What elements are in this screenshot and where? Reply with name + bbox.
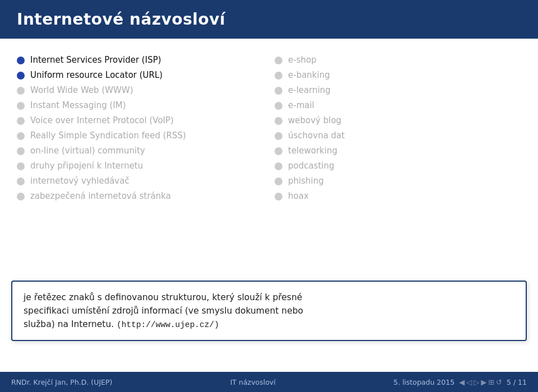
bullet-dot — [275, 147, 282, 155]
bullet-text: Instant Messaging (IM) — [30, 100, 126, 111]
bullet-dot — [275, 178, 282, 185]
nav-icon-1[interactable]: ◀ — [459, 378, 465, 386]
bullet-dot — [275, 72, 282, 80]
bullet-text: World Wide Web (WWW) — [30, 85, 133, 96]
nav-icon-5[interactable]: ⊞ — [488, 378, 494, 386]
left-bullet-item-2: World Wide Web (WWW) — [17, 85, 263, 96]
right-bullet-item-1: e-banking — [275, 69, 521, 81]
footer-page: 5 / 11 — [507, 378, 527, 386]
right-bullet-item-6: teleworking — [275, 145, 521, 157]
left-bullet-item-3: Instant Messaging (IM) — [17, 100, 263, 111]
bullet-dot — [17, 178, 25, 185]
left-bullet-item-8: internetový vyhledávač — [17, 175, 263, 187]
bullet-dot — [17, 193, 25, 200]
tooltip-box: je řetězec znaků s definovanou strukturo… — [11, 281, 527, 342]
title-text: Internetové názvosloví — [17, 10, 225, 29]
bullet-dot — [17, 162, 25, 170]
left-bullet-item-9: zabezpečená internetová stránka — [17, 190, 263, 202]
bullet-dot — [275, 162, 282, 170]
right-bullet-item-0: e-shop — [275, 54, 521, 66]
right-bullet-item-3: e-mail — [275, 100, 521, 111]
bullet-dot — [17, 57, 25, 64]
bullet-dot — [275, 57, 282, 64]
slide: Internetové názvosloví Internet Services… — [0, 0, 538, 392]
right-bullet-item-2: e-learning — [275, 85, 521, 96]
left-bullet-item-5: Really Simple Syndication feed (RSS) — [17, 130, 263, 142]
right-bullet-item-4: webový blog — [275, 115, 521, 127]
bullet-text: e-learning — [288, 85, 331, 96]
bullet-text: phishing — [288, 175, 324, 187]
footer: RNDr. Krejčí Jan, Ph.D. (UJEP) IT názvos… — [0, 372, 538, 392]
nav-icon-6[interactable]: ↺ — [496, 378, 502, 386]
bullet-dot — [275, 117, 282, 125]
bullet-dot — [275, 132, 282, 140]
bullet-text: Voice over Internet Protocol (VoIP) — [30, 115, 174, 127]
bullet-dot — [17, 87, 25, 95]
nav-icon-2[interactable]: ◁ — [466, 378, 472, 386]
footer-topic: IT názvosloví — [230, 378, 276, 386]
tooltip-text3: služba) na Internetu. — [24, 319, 114, 329]
bullet-text: podcasting — [288, 160, 335, 172]
nav-icon-3[interactable]: ▷ — [474, 378, 479, 386]
right-bullet-item-7: podcasting — [275, 160, 521, 172]
bullet-text: Internet Services Provider (ISP) — [30, 54, 161, 66]
bullet-dot — [17, 147, 25, 155]
bullet-dot — [275, 193, 282, 200]
left-bullet-item-7: druhy připojení k Internetu — [17, 160, 263, 172]
bullet-text: úschovna dat — [288, 130, 345, 142]
bullet-dot — [17, 72, 25, 80]
bullet-text: e-banking — [288, 69, 330, 81]
bullet-text: Really Simple Syndication feed (RSS) — [30, 130, 186, 142]
bullet-dot — [17, 132, 25, 140]
bullet-text: Uniform resource Locator (URL) — [30, 69, 163, 81]
left-bullet-item-6: on-line (virtual) community — [17, 145, 263, 157]
bullet-dot — [275, 102, 282, 110]
bullet-text: on-line (virtual) community — [30, 145, 145, 157]
bullet-text: teleworking — [288, 145, 337, 157]
tooltip-code: (http://www.ujep.cz/) — [117, 320, 219, 329]
footer-author: RNDr. Krejčí Jan, Ph.D. (UJEP) — [11, 378, 112, 386]
nav-icons: ◀ ◁ ▷ ▶ ⊞ ↺ — [459, 378, 502, 386]
bullet-text: e-shop — [288, 54, 317, 66]
tooltip-text2: specifikaci umístění zdrojů informací (v… — [24, 306, 303, 316]
bullet-dot — [17, 102, 25, 110]
right-bullet-item-8: phishing — [275, 175, 521, 187]
bullet-text: e-mail — [288, 100, 314, 111]
bullet-text: internetový vyhledávač — [30, 175, 129, 187]
bullet-text: webový blog — [288, 115, 341, 127]
slide-title: Internetové názvosloví — [0, 0, 538, 39]
left-bullet-item-0: Internet Services Provider (ISP) — [17, 54, 263, 66]
bullet-text: zabezpečená internetová stránka — [30, 190, 171, 202]
footer-date: 5. listopadu 2015 — [393, 378, 454, 386]
bullet-text: druhy připojení k Internetu — [30, 160, 143, 172]
content-area: Internet Services Provider (ISP)Uniform … — [0, 39, 538, 372]
bullet-dot — [275, 87, 282, 95]
left-bullet-item-4: Voice over Internet Protocol (VoIP) — [17, 115, 263, 127]
bullet-text: hoax — [288, 190, 309, 202]
right-bullet-item-9: hoax — [275, 190, 521, 202]
nav-icon-4[interactable]: ▶ — [481, 378, 486, 386]
tooltip-text1: je řetězec znaků s definovanou strukturo… — [24, 292, 302, 302]
footer-right: 5. listopadu 2015 ◀ ◁ ▷ ▶ ⊞ ↺ 5 / 11 — [393, 378, 527, 386]
left-bullet-item-1: Uniform resource Locator (URL) — [17, 69, 263, 81]
right-bullet-item-5: úschovna dat — [275, 130, 521, 142]
bullet-dot — [17, 117, 25, 125]
